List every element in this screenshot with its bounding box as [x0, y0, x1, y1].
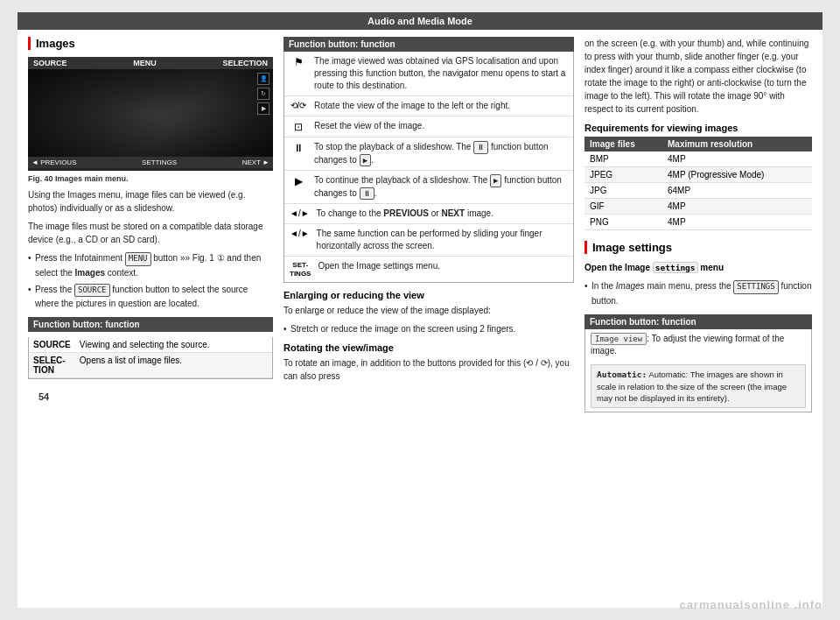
func-row-settings: SET-TINGS Open the Image settings menu.: [284, 257, 573, 281]
page-number: 54: [38, 388, 49, 405]
func-desc-gps: The image viewed was obtained via GPS lo…: [314, 55, 568, 92]
content-area: Images SOURCE MENU SELECTION 👤 ↻ ▶: [18, 30, 822, 608]
func-row-swipe: ◄/► The same function can be performed b…: [284, 224, 573, 257]
pause-btn: ⏸: [473, 141, 488, 154]
cell-bmp-res: 4MP: [662, 151, 812, 167]
body-text-1: Using the Images menu, image files can b…: [28, 188, 273, 215]
cell-gif-res: 4MP: [662, 199, 812, 215]
func-desc-play: To continue the playback of a slideshow.…: [314, 174, 568, 200]
reset-icon: ⊡: [290, 120, 307, 133]
play-btn: ▶: [360, 154, 371, 167]
right-column: on the screen (e.g. with your thumb) and…: [584, 37, 812, 601]
mid-func-box-title: Function button: function: [284, 37, 574, 52]
open-menu-bullet: In the Images main menu, press the SETTI…: [584, 279, 812, 307]
image-icons: 👤 ↻ ▶: [257, 73, 270, 115]
pause-icon: ⏸: [290, 141, 307, 154]
func-row-reset: ⊡ Reset the view of the image.: [284, 116, 573, 137]
prev-nav[interactable]: ◄ PREVIOUS: [32, 159, 76, 166]
viewer-bottom-bar: ◄ PREVIOUS SETTINGS NEXT ►: [28, 157, 273, 168]
next-label: NEXT ►: [242, 159, 270, 166]
resolution-table: Image files Maximum resolution BMP 4MP J…: [584, 137, 812, 230]
table-row: SOURCE Viewing and selecting the source.: [29, 337, 272, 353]
img-settings-title: Image settings: [584, 241, 812, 254]
page-container: Audio and Media Mode Images SOURCE MENU …: [18, 12, 822, 608]
top-bar-title: Audio and Media Mode: [368, 16, 472, 26]
icon-rotate: ↻: [257, 88, 270, 100]
right-body-text: on the screen (e.g. with your thumb) and…: [584, 37, 812, 116]
icon-play: ▶: [257, 102, 270, 115]
table-row: JPEG 4MP (Progressive Mode): [584, 167, 812, 183]
scene-overlay: [28, 69, 273, 157]
auto-box: Automatic: Automatic: The images are sho…: [591, 364, 806, 408]
settings-label: SETTINGS: [142, 159, 177, 166]
auto-code: Automatic:: [597, 370, 647, 379]
table-row: BMP 4MP: [584, 151, 812, 167]
settings-icon: SET-TINGS: [290, 260, 311, 278]
image-scene: 👤 ↻ ▶: [28, 69, 273, 157]
bottom-row: 54: [28, 386, 273, 407]
viewer-top-bar: SOURCE MENU SELECTION: [28, 57, 273, 69]
img-func-content: Image view: To adjust the viewing format…: [584, 329, 812, 412]
func-row-play: ▶ To continue the playback of a slidesho…: [284, 171, 573, 204]
bullet-1: Press the Infotainment MENU button »» Fi…: [28, 251, 273, 279]
func-table-content: SOURCE Viewing and selecting the source.…: [28, 337, 273, 379]
req-heading: Requirements for viewing images: [584, 123, 812, 133]
version-text: S1F-0879: [28, 168, 273, 171]
flag-icon: ⚑: [290, 55, 307, 68]
cell-png: PNG: [584, 215, 662, 230]
table-row: JPG 64MP: [584, 183, 812, 199]
prev-label: ◄ PREVIOUS: [32, 159, 76, 166]
func-desc-pause: To stop the playback of a slideshow. The…: [314, 141, 568, 166]
col-max-res: Maximum resolution: [662, 137, 812, 151]
open-menu-text: Open the Image settings menu: [584, 261, 812, 274]
play-btn2: ▶: [490, 174, 501, 187]
viewer-menu: MENU: [133, 59, 157, 67]
cell-jpeg-res: 4MP (Progressive Mode): [662, 167, 812, 183]
cell-bmp: BMP: [584, 151, 662, 167]
table-header-row: Image files Maximum resolution: [584, 137, 812, 151]
pause-btn2: ⏸: [360, 187, 374, 201]
row-desc-source: Viewing and selecting the source.: [75, 337, 272, 353]
viewer-selection: SELECTION: [222, 59, 268, 67]
cell-jpg: JPG: [584, 183, 662, 199]
mid-column: Function button: function ⚑ The image vi…: [284, 37, 574, 601]
bullet-2: Press the SOURCE function button to sele…: [28, 283, 273, 311]
icon-person: 👤: [257, 73, 270, 85]
enlarging-bullet: Stretch or reduce the image on the scree…: [284, 322, 574, 335]
cell-jpeg: JPEG: [584, 167, 662, 183]
table-row: SELEC-TION Opens a list of image files.: [29, 353, 272, 378]
func-desc-swipe: The same function can be performed by sl…: [317, 228, 568, 252]
row-label-selection: SELEC-TION: [29, 353, 75, 378]
menu-btn: MENU: [125, 252, 151, 266]
func-table-section: Function button: function SOURCE Viewing…: [28, 317, 273, 379]
swipe-icon: ◄/►: [290, 228, 310, 238]
rotating-text: To rotate an image, in addition to the b…: [284, 356, 574, 383]
image-caption: Fig. 40 Images main menu.: [28, 174, 273, 183]
cell-gif: GIF: [584, 199, 662, 215]
enlarging-heading: Enlarging or reducing the view: [284, 290, 574, 300]
func-table: SOURCE Viewing and selecting the source.…: [29, 337, 272, 378]
enlarging-text: To enlarge or reduce the view of the ima…: [284, 304, 574, 317]
mid-func-content: ⚑ The image viewed was obtained via GPS …: [284, 52, 574, 283]
func-desc-rotate: Rotate the view of the image to the left…: [314, 100, 568, 112]
img-func-row: Image view: To adjust the viewing format…: [585, 329, 811, 362]
top-bar: Audio and Media Mode: [18, 12, 822, 30]
next-nav[interactable]: NEXT ►: [242, 159, 270, 166]
play-icon: ▶: [290, 174, 307, 187]
cell-png-res: 4MP: [662, 215, 812, 230]
viewer-source: SOURCE: [33, 59, 67, 67]
table-row: GIF 4MP: [584, 199, 812, 215]
body-text-2: The image files must be stored on a comp…: [28, 220, 273, 246]
image-view-badge: Image view: [591, 333, 647, 346]
rotating-heading: Rotating the view/image: [284, 342, 574, 353]
watermark: carmanualsonline .info: [679, 598, 822, 611]
col-image-files: Image files: [584, 137, 662, 151]
func-row-change: ◄/► To change to the PREVIOUS or NEXT im…: [284, 204, 573, 224]
func-desc-change: To change to the PREVIOUS or NEXT image.: [317, 208, 568, 220]
row-label-source: SOURCE: [29, 337, 75, 353]
row-desc-selection: Opens a list of image files.: [75, 353, 272, 378]
left-column: Images SOURCE MENU SELECTION 👤 ↻ ▶: [28, 37, 273, 601]
img-func-section: Function button: function Image view: To…: [584, 314, 812, 412]
func-row-pause: ⏸ To stop the playback of a slideshow. T…: [284, 137, 573, 171]
rotate-icon: ⟲/⟳: [290, 100, 307, 110]
